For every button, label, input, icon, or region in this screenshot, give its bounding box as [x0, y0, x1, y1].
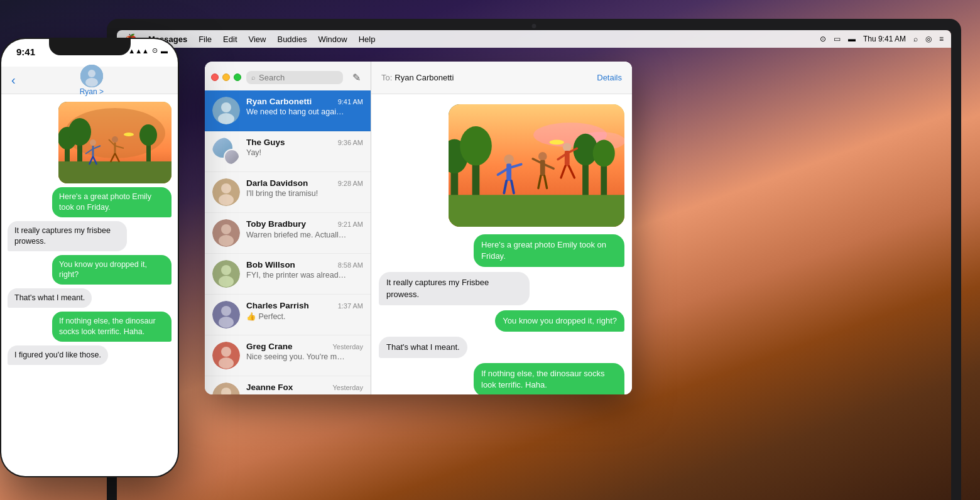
- conv-preview-guys: Yay!: [246, 148, 347, 157]
- avatar-jeanne: [212, 383, 240, 394]
- avatar-toby: [212, 219, 240, 247]
- avatar-guys: [212, 138, 240, 165]
- battery-menu-icon: ▬: [848, 35, 856, 43]
- wifi-icon: ⊙: [152, 46, 158, 55]
- conv-name-jeanne: Jeanne Fox: [246, 383, 293, 392]
- iphone-photo-bubble: [58, 102, 172, 183]
- svg-point-64: [538, 152, 547, 161]
- messages-sidebar: ⌕ ✎: [205, 62, 371, 394]
- iphone-message-row: Here's a great photo Emily took on Frida…: [8, 187, 172, 217]
- conv-body-toby: Toby Bradbury 9:21 AM Warren briefed me.…: [246, 219, 363, 239]
- svg-point-18: [112, 136, 118, 143]
- svg-point-27: [218, 113, 234, 124]
- conv-name-guys: The Guys: [246, 138, 285, 147]
- iphone-messages-area: Here's a great photo Emily took on Frida…: [1, 94, 178, 476]
- menu-window[interactable]: Window: [318, 35, 347, 44]
- conv-time-greg: Yesterday: [332, 343, 363, 351]
- compose-button[interactable]: ✎: [348, 69, 364, 85]
- iphone-bubble-received: It really captures my frisbee prowess.: [8, 221, 127, 251]
- conv-body-bob: Bob Willson 8:58 AM FYI, the printer was…: [246, 260, 363, 280]
- close-button[interactable]: [211, 73, 219, 81]
- notification-center-icon[interactable]: ≡: [939, 35, 944, 43]
- laptop-screen: 🍎 Messages File Edit View Buddies Window…: [117, 30, 951, 500]
- conversation-item-greg[interactable]: Greg Crane Yesterday Nice seeing you. Yo…: [205, 335, 371, 376]
- conv-header-toby: Toby Bradbury 9:21 AM: [246, 219, 363, 229]
- conversation-item-charles[interactable]: Charles Parrish 1:37 AM 👍 Perfect.: [205, 295, 371, 335]
- svg-point-58: [504, 155, 514, 165]
- conversation-item-darla[interactable]: Darla Davidson 9:28 AM I'll bring the ti…: [205, 172, 371, 213]
- menu-time: Thu 9:41 AM: [863, 35, 906, 43]
- search-input[interactable]: [259, 73, 338, 82]
- conv-header-jeanne: Jeanne Fox Yesterday: [246, 383, 363, 392]
- maximize-button[interactable]: [234, 73, 241, 81]
- iphone-bubble-sent: You know you dropped it, right?: [52, 255, 172, 285]
- messages-window: ⌕ ✎: [205, 62, 632, 394]
- conversation-item-guys[interactable]: The Guys 9:36 AM Yay!: [205, 131, 371, 172]
- conv-preview-toby: Warren briefed me. Actually, it wasn't t…: [246, 230, 347, 239]
- chat-details-button[interactable]: Details: [597, 73, 622, 82]
- conversation-list: Ryan Carbonetti 9:41 AM We need to hang …: [205, 90, 371, 394]
- svg-point-39: [219, 317, 234, 328]
- conv-preview-ryan: We need to hang out again soon. Don't be…: [246, 107, 347, 116]
- menu-help[interactable]: Help: [359, 35, 376, 44]
- iphone-message-row: It really captures my frisbee prowess.: [8, 221, 172, 251]
- iphone-status-icons: ▲▲▲ ⊙ ▬: [128, 46, 168, 55]
- iphone-back-button[interactable]: ‹: [11, 73, 16, 87]
- conversation-item-jeanne[interactable]: Jeanne Fox Yesterday Every meal I've had…: [205, 376, 371, 394]
- svg-point-33: [219, 235, 234, 246]
- iphone-message-row: That's what I meant.: [8, 288, 172, 308]
- svg-point-29: [221, 183, 231, 193]
- search-bar[interactable]: ⌕: [246, 71, 343, 84]
- svg-point-56: [593, 140, 615, 167]
- conv-time-charles: 1:37 AM: [338, 302, 363, 310]
- svg-point-12: [90, 139, 96, 146]
- iphone-notch: [49, 38, 131, 55]
- chat-bubble-sent: You know you dropped it, right?: [495, 310, 624, 332]
- conv-time-bob: 8:58 AM: [338, 261, 363, 269]
- chat-photo: [449, 104, 624, 227]
- svg-point-2: [85, 78, 98, 87]
- iphone-contact-area: Ryan >: [16, 65, 168, 96]
- conversation-item-toby[interactable]: Toby Bradbury 9:21 AM Warren briefed me.…: [205, 213, 371, 254]
- conv-preview-greg: Nice seeing you. You're my favorite pers…: [246, 352, 347, 361]
- iphone-nav-bar: ‹ Ryan >: [1, 67, 178, 94]
- conv-time-toby: 9:21 AM: [338, 220, 363, 228]
- menu-view[interactable]: View: [249, 35, 266, 44]
- chat-to-label: To:: [381, 73, 392, 82]
- iphone-bubble-received: That's what I meant.: [8, 288, 92, 308]
- conv-body-darla: Darla Davidson 9:28 AM I'll bring the ti…: [246, 178, 363, 198]
- svg-point-1: [88, 70, 95, 77]
- airplay-menu-icon: ▭: [834, 35, 841, 43]
- traffic-lights: [211, 73, 241, 81]
- iphone-message-row: I figured you'd like those.: [8, 345, 172, 365]
- conv-time-guys: 9:36 AM: [338, 139, 363, 146]
- chat-bubble-received: It really captures my Frisbee prowess.: [379, 272, 530, 305]
- conv-name-charles: Charles Parrish: [246, 301, 309, 310]
- iphone-message-row: You know you dropped it, right?: [8, 255, 172, 285]
- svg-rect-57: [449, 195, 624, 227]
- chat-message-row-sent: Here's a great photo Emily took on Frida…: [379, 234, 624, 267]
- svg-point-70: [563, 143, 572, 151]
- iphone-bubble-received: I figured you'd like those.: [8, 345, 108, 365]
- siri-icon[interactable]: ◎: [925, 35, 932, 43]
- iphone-message-row: If nothing else, the dinosaur socks look…: [8, 312, 172, 342]
- spotlight-icon[interactable]: ⌕: [913, 35, 918, 43]
- conv-header-ryan: Ryan Carbonetti 9:41 AM: [246, 97, 363, 106]
- conversation-item-ryan[interactable]: Ryan Carbonetti 9:41 AM We need to hang …: [205, 90, 371, 131]
- conv-body-greg: Greg Crane Yesterday Nice seeing you. Yo…: [246, 342, 363, 361]
- conversation-item-bob[interactable]: Bob Willson 8:58 AM FYI, the printer was…: [205, 254, 371, 295]
- conv-header-greg: Greg Crane Yesterday: [246, 342, 363, 351]
- menu-edit[interactable]: Edit: [223, 35, 237, 44]
- laptop-camera: [532, 24, 536, 28]
- menu-buddies[interactable]: Buddies: [277, 35, 307, 44]
- battery-icon: ▬: [161, 47, 168, 55]
- avatar-charles: [212, 301, 240, 329]
- minimize-button[interactable]: [222, 73, 230, 81]
- svg-point-24: [124, 133, 134, 136]
- conv-body-charles: Charles Parrish 1:37 AM 👍 Perfect.: [246, 301, 363, 321]
- conv-header-charles: Charles Parrish 1:37 AM: [246, 301, 363, 310]
- wifi-menu-icon: ⊙: [820, 35, 826, 43]
- svg-point-10: [139, 124, 157, 146]
- menu-file[interactable]: File: [199, 35, 212, 44]
- iphone-bubble-sent: If nothing else, the dinosaur socks look…: [52, 312, 172, 342]
